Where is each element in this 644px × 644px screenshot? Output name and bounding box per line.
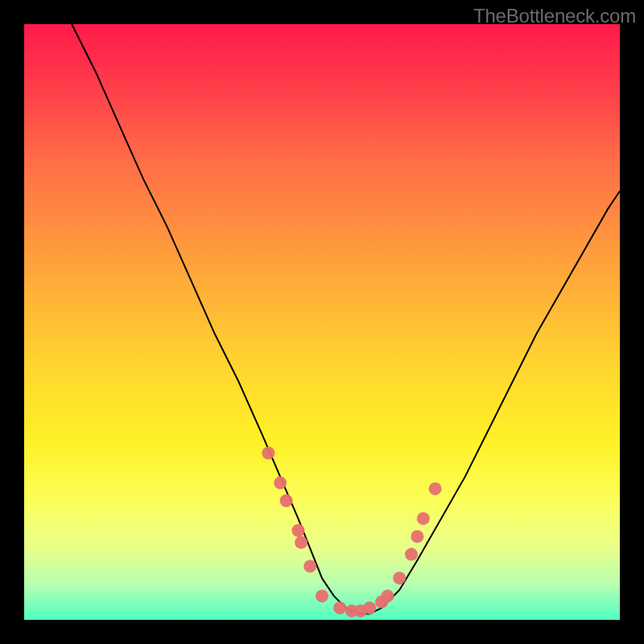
scatter-dot xyxy=(274,477,287,489)
scatter-dot xyxy=(363,601,376,614)
scatter-dot xyxy=(291,524,304,537)
scatter-dot xyxy=(280,494,293,507)
scatter-dot xyxy=(316,589,328,602)
scatter-dot xyxy=(429,482,442,495)
chart-area xyxy=(24,24,620,620)
scatter-dots xyxy=(262,447,441,617)
scatter-dot xyxy=(417,512,430,525)
scatter-dot xyxy=(333,601,346,614)
scatter-dot xyxy=(405,548,418,561)
scatter-dot xyxy=(393,572,406,584)
scatter-dot xyxy=(295,536,308,549)
scatter-dot xyxy=(303,559,316,572)
watermark-text: TheBottleneck.com xyxy=(473,5,636,27)
chart-svg xyxy=(24,24,620,620)
scatter-dot xyxy=(381,589,394,602)
bottleneck-curve xyxy=(72,24,620,614)
scatter-dot xyxy=(262,447,275,460)
scatter-dot xyxy=(411,530,423,543)
